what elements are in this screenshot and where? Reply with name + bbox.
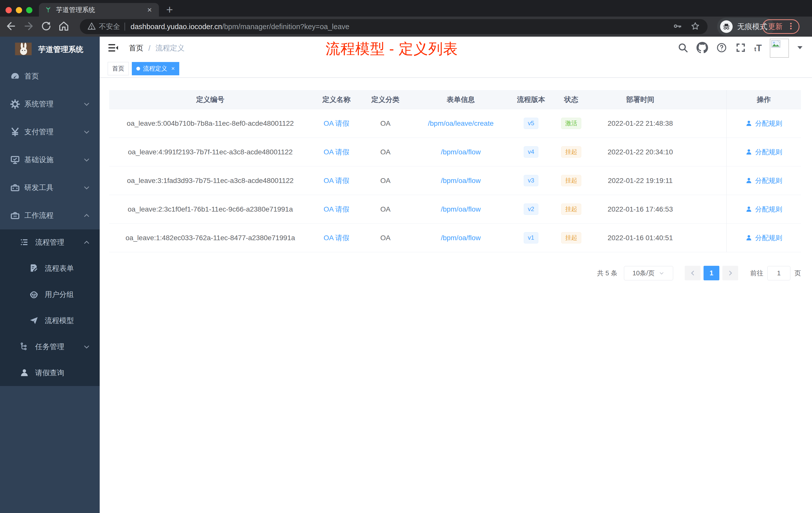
chevron-down-icon	[83, 343, 90, 350]
back-icon[interactable]	[5, 20, 17, 32]
sidebar-item-leave-query[interactable]: 请假查询	[0, 360, 100, 386]
sidebar-item-pay[interactable]: 支付管理	[0, 118, 100, 146]
chevron-down-icon	[83, 156, 90, 163]
definition-table: 定义编号 定义名称 定义分类 表单信息 流程版本 状态 部署时间 操作 oa_l…	[109, 90, 801, 252]
assign-rule-link[interactable]: 分配规则	[746, 205, 782, 214]
minimize-window-button[interactable]	[16, 7, 22, 13]
sidebar-item-infra[interactable]: 基础设施	[0, 146, 100, 174]
chevron-up-icon	[83, 212, 90, 219]
caret-down-icon[interactable]	[797, 46, 803, 51]
chevron-down-icon	[83, 128, 90, 135]
kebab-menu-icon[interactable]	[787, 22, 795, 31]
form-info-link[interactable]: /bpm/oa/flow	[441, 177, 481, 184]
new-tab-icon[interactable]: +	[166, 3, 173, 16]
forward-icon[interactable]	[23, 20, 35, 32]
table-row: oa_leave:3:1fad3d93-7b75-11ec-a3c8-acde4…	[109, 167, 801, 195]
security-label[interactable]: 不安全	[99, 22, 120, 31]
breadcrumb-separator: /	[148, 44, 150, 53]
column-header: 定义编号	[109, 95, 311, 104]
definition-id: oa_leave:4:991f2193-7b7f-11ec-a3c8-acde4…	[109, 148, 311, 156]
definition-id: oa_leave:1:482ec033-762a-11ec-8477-a2380…	[109, 234, 311, 242]
star-icon[interactable]	[691, 21, 700, 32]
plant-favicon	[45, 5, 52, 14]
breadcrumb-home[interactable]: 首页	[129, 43, 143, 53]
sidebar-item-system[interactable]: 系统管理	[0, 90, 100, 118]
browser-toolbar: 不安全 dashboard.yudao.iocoder.cn/bpm/manag…	[0, 17, 812, 37]
form-info-link[interactable]: /bpm/oa/flow	[441, 205, 481, 213]
sidebar-item-label: 流程模型	[45, 316, 74, 326]
sidebar-item-label: 系统管理	[24, 99, 54, 109]
prev-page-button[interactable]	[685, 266, 700, 280]
tag-process-definition[interactable]: 流程定义 ×	[132, 62, 179, 75]
current-page-button[interactable]: 1	[703, 266, 719, 280]
assign-rule-link[interactable]: 分配规则	[746, 148, 782, 157]
definition-name-link[interactable]: OA 请假	[324, 177, 349, 184]
table-row: oa_leave:4:991f2193-7b7f-11ec-a3c8-acde4…	[109, 138, 801, 167]
chevron-up-icon	[83, 239, 90, 246]
form-info-link[interactable]: /bpm/oa/flow	[441, 234, 481, 242]
assign-user-icon	[746, 177, 752, 184]
goto-page-input[interactable]	[767, 266, 790, 280]
breadcrumb: 首页 / 流程定义	[129, 37, 184, 60]
app-title: 芋道管理系统	[38, 44, 83, 55]
url-path: /bpm/manager/definition?key=oa_leave	[222, 23, 349, 31]
update-button[interactable]: 更新	[762, 19, 800, 34]
reload-icon[interactable]	[40, 20, 52, 32]
sidebar-item-process-mgmt[interactable]: 流程管理	[0, 230, 100, 255]
sidebar-item-label: 研发工具	[24, 183, 54, 193]
fold-icon[interactable]	[108, 43, 118, 54]
definition-name-link[interactable]: OA 请假	[324, 205, 349, 213]
sidebar-item-devtools[interactable]: 研发工具	[0, 174, 100, 202]
browser-tab[interactable]: 芋道管理系统 ×	[39, 3, 159, 17]
key-icon[interactable]	[673, 22, 682, 32]
home-icon[interactable]	[58, 20, 70, 32]
incognito-icon	[720, 20, 733, 33]
assign-rule-link[interactable]: 分配规则	[746, 119, 782, 128]
column-header: 定义分类	[361, 95, 409, 104]
close-window-button[interactable]	[5, 7, 12, 13]
tag-home[interactable]: 首页	[108, 62, 129, 75]
help-icon[interactable]	[716, 42, 727, 54]
page-size-select[interactable]: 10条/页	[624, 266, 673, 280]
page-unit-label: 页	[794, 269, 801, 278]
sidebar-item-home[interactable]: 首页	[0, 62, 100, 90]
form-info-link[interactable]: /bpm/oa/flow	[441, 148, 481, 156]
github-icon[interactable]	[696, 42, 708, 55]
chevron-down-icon	[83, 184, 90, 191]
definition-id: oa_leave:3:1fad3d93-7b75-11ec-a3c8-acde4…	[109, 177, 311, 185]
workflow-submenu: 流程管理 流程表单	[0, 230, 100, 386]
next-page-button[interactable]	[722, 266, 738, 280]
sidebar-item-label: 用户分组	[45, 290, 74, 300]
definition-name-link[interactable]: OA 请假	[324, 234, 349, 242]
main-area: 首页 / 流程定义 流程模型 - 定义列表	[100, 37, 812, 513]
fontsize-icon[interactable]: tT	[754, 43, 762, 54]
window-controls[interactable]	[5, 7, 32, 13]
status-badge: 挂起	[561, 232, 581, 243]
definition-name-link[interactable]: OA 请假	[324, 119, 349, 127]
sidebar-item-task-mgmt[interactable]: 任务管理	[0, 334, 100, 360]
search-icon[interactable]	[677, 42, 689, 54]
address-bar[interactable]: 不安全 dashboard.yudao.iocoder.cn/bpm/manag…	[80, 19, 707, 34]
assign-user-icon	[746, 149, 752, 155]
version-badge: v1	[524, 232, 538, 243]
definition-name-link[interactable]: OA 请假	[324, 148, 349, 156]
sidebar-item-user-group[interactable]: 用户分组	[0, 281, 100, 308]
definition-category: OA	[361, 177, 409, 185]
zoom-window-button[interactable]	[26, 7, 32, 13]
assign-rule-link[interactable]: 分配规则	[746, 176, 782, 185]
assign-rule-link[interactable]: 分配规则	[746, 233, 782, 242]
url-host: dashboard.yudao.iocoder.cn	[130, 23, 222, 31]
avatar[interactable]	[770, 39, 789, 58]
form-info-link[interactable]: /bpm/oa/leave/create	[428, 119, 494, 127]
sidebar-item-workflow[interactable]: 工作流程	[0, 202, 100, 230]
chevron-down-icon	[659, 270, 665, 276]
fullscreen-icon[interactable]	[735, 42, 746, 54]
close-tab-icon[interactable]: ×	[146, 6, 153, 14]
close-icon[interactable]: ×	[171, 65, 175, 72]
sidebar-item-process-model[interactable]: 流程模型	[0, 308, 100, 334]
form-icon	[29, 264, 39, 274]
sidebar-item-process-form[interactable]: 流程表单	[0, 255, 100, 281]
sidebar-item-label: 请假查询	[35, 368, 64, 378]
send-icon	[29, 316, 39, 326]
update-label[interactable]: 更新	[768, 22, 783, 32]
